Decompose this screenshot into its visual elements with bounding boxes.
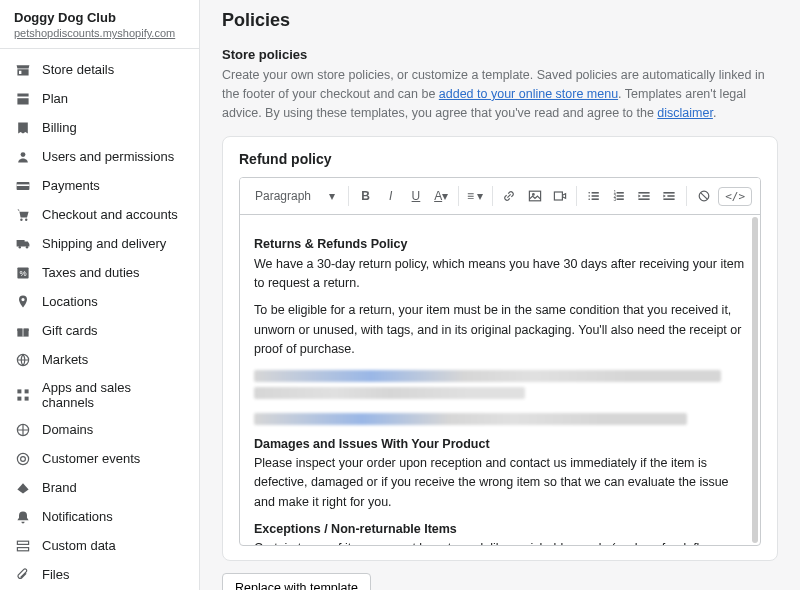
svg-point-24 bbox=[532, 194, 534, 196]
svg-rect-41 bbox=[664, 192, 675, 194]
policy-heading: Returns & Refunds Policy bbox=[254, 235, 746, 254]
desc-text: . bbox=[713, 106, 716, 120]
sidebar-item-store-details[interactable]: Store details bbox=[0, 55, 199, 84]
sidebar-item-apps[interactable]: Apps and sales channels bbox=[0, 374, 199, 415]
billing-icon bbox=[14, 119, 32, 137]
sidebar-item-locations[interactable]: Locations bbox=[0, 287, 199, 316]
align-button[interactable]: ≡ ▾ bbox=[465, 184, 486, 208]
svg-rect-15 bbox=[25, 396, 29, 400]
policy-text: Please inspect your order upon reception… bbox=[254, 454, 746, 512]
sidebar-item-label: Markets bbox=[42, 352, 88, 367]
italic-button[interactable]: I bbox=[380, 184, 401, 208]
svg-point-30 bbox=[588, 199, 590, 201]
svg-rect-27 bbox=[591, 192, 598, 194]
bullet-list-button[interactable] bbox=[583, 184, 604, 208]
svg-rect-2 bbox=[17, 184, 30, 186]
sidebar-item-label: Brand bbox=[42, 480, 77, 495]
sidebar-item-payments[interactable]: Payments bbox=[0, 171, 199, 200]
settings-nav: Store details Plan Billing Users and per… bbox=[0, 49, 199, 590]
user-icon bbox=[14, 148, 32, 166]
separator bbox=[348, 186, 349, 206]
select-label: Paragraph bbox=[255, 189, 311, 203]
svg-rect-37 bbox=[617, 199, 624, 201]
sidebar-item-markets[interactable]: Markets bbox=[0, 345, 199, 374]
sidebar-item-label: Users and permissions bbox=[42, 149, 174, 164]
paperclip-icon bbox=[14, 566, 32, 584]
svg-rect-42 bbox=[668, 195, 675, 197]
sidebar-item-users[interactable]: Users and permissions bbox=[0, 142, 199, 171]
svg-point-0 bbox=[21, 152, 26, 157]
sidebar-item-files[interactable]: Files bbox=[0, 560, 199, 589]
html-view-button[interactable]: </> bbox=[718, 187, 752, 206]
refund-policy-card: Refund policy Paragraph▾ B I U A ▾ ≡ ▾ bbox=[222, 136, 778, 561]
number-list-button[interactable]: 123 bbox=[608, 184, 629, 208]
sidebar-item-notifications[interactable]: Notifications bbox=[0, 502, 199, 531]
svg-rect-43 bbox=[664, 199, 675, 201]
apps-icon bbox=[14, 386, 32, 404]
svg-text:3: 3 bbox=[613, 197, 616, 202]
gift-icon bbox=[14, 322, 32, 340]
sidebar-item-checkout[interactable]: Checkout and accounts bbox=[0, 200, 199, 229]
policy-text: We have a 30-day return policy, which me… bbox=[254, 255, 746, 294]
sidebar-item-taxes[interactable]: %Taxes and duties bbox=[0, 258, 199, 287]
sidebar-item-label: Checkout and accounts bbox=[42, 207, 178, 222]
indent-button[interactable] bbox=[659, 184, 680, 208]
sidebar-item-domains[interactable]: Domains bbox=[0, 415, 199, 444]
sidebar-item-custom-data[interactable]: Custom data bbox=[0, 531, 199, 560]
svg-rect-40 bbox=[639, 199, 650, 201]
store-domain-link[interactable]: petshopdiscounts.myshopify.com bbox=[14, 27, 175, 39]
svg-point-17 bbox=[17, 453, 28, 464]
cart-icon bbox=[14, 206, 32, 224]
sidebar-item-plan[interactable]: Plan bbox=[0, 84, 199, 113]
svg-rect-13 bbox=[25, 389, 29, 393]
sidebar-item-label: Locations bbox=[42, 294, 98, 309]
store-name: Doggy Dog Club bbox=[14, 10, 185, 25]
bell-icon bbox=[14, 508, 32, 526]
svg-rect-31 bbox=[591, 199, 598, 201]
sidebar-item-label: Taxes and duties bbox=[42, 265, 140, 280]
paragraph-style-select[interactable]: Paragraph▾ bbox=[248, 185, 342, 207]
separator bbox=[458, 186, 459, 206]
svg-rect-29 bbox=[591, 195, 598, 197]
separator bbox=[686, 186, 687, 206]
link-button[interactable] bbox=[499, 184, 520, 208]
replace-template-button[interactable]: Replace with template bbox=[222, 573, 371, 590]
video-button[interactable] bbox=[549, 184, 570, 208]
separator bbox=[492, 186, 493, 206]
section-title: Store policies bbox=[222, 47, 778, 62]
underline-button[interactable]: U bbox=[405, 184, 426, 208]
sidebar-item-billing[interactable]: Billing bbox=[0, 113, 199, 142]
svg-text:%: % bbox=[19, 269, 26, 278]
policy-heading: Exceptions / Non-returnable Items bbox=[254, 520, 746, 539]
editor-textarea[interactable]: Returns & Refunds Policy We have a 30-da… bbox=[240, 215, 760, 545]
sidebar-item-label: Shipping and delivery bbox=[42, 236, 166, 251]
menu-link[interactable]: added to your online store menu bbox=[439, 87, 618, 101]
bold-button[interactable]: B bbox=[355, 184, 376, 208]
payment-icon bbox=[14, 177, 32, 195]
outdent-button[interactable] bbox=[634, 184, 655, 208]
target-icon bbox=[14, 450, 32, 468]
image-button[interactable] bbox=[524, 184, 545, 208]
svg-rect-38 bbox=[639, 192, 650, 194]
globe-icon bbox=[14, 351, 32, 369]
truck-icon bbox=[14, 235, 32, 253]
sidebar-item-label: Customer events bbox=[42, 451, 140, 466]
card-title: Refund policy bbox=[223, 137, 777, 177]
sidebar-item-brand[interactable]: Brand bbox=[0, 473, 199, 502]
svg-rect-12 bbox=[17, 389, 21, 393]
sidebar-item-label: Domains bbox=[42, 422, 93, 437]
sidebar-item-shipping[interactable]: Shipping and delivery bbox=[0, 229, 199, 258]
sidebar-item-customer-events[interactable]: Customer events bbox=[0, 444, 199, 473]
store-header: Doggy Dog Club petshopdiscounts.myshopif… bbox=[0, 0, 199, 49]
sidebar-item-giftcards[interactable]: Gift cards bbox=[0, 316, 199, 345]
disclaimer-link[interactable]: disclaimer bbox=[657, 106, 713, 120]
clear-format-button[interactable] bbox=[693, 184, 714, 208]
scrollbar[interactable] bbox=[752, 217, 758, 543]
sidebar-item-label: Files bbox=[42, 567, 69, 582]
sidebar-item-label: Notifications bbox=[42, 509, 113, 524]
domain-icon bbox=[14, 421, 32, 439]
color-button[interactable]: A ▾ bbox=[431, 184, 452, 208]
sidebar-item-label: Custom data bbox=[42, 538, 116, 553]
chevron-down-icon: ▾ bbox=[329, 189, 335, 203]
svg-rect-23 bbox=[529, 191, 540, 201]
